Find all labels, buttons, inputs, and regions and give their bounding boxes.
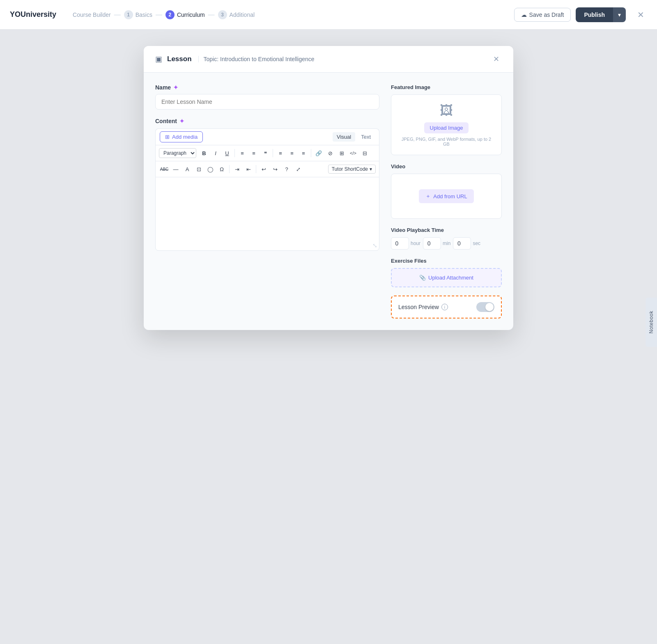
expand-button[interactable]: ⤢: [293, 164, 303, 174]
content-field-label: Content ✦: [155, 118, 184, 124]
align-left-button[interactable]: ≡: [275, 148, 286, 158]
bold-button[interactable]: B: [199, 148, 209, 158]
name-field-label: Name ✦: [155, 84, 379, 91]
save-draft-label: Save as Draft: [529, 11, 564, 18]
publish-main-button[interactable]: Publish: [576, 7, 613, 22]
strikethrough-button[interactable]: ABC: [159, 164, 170, 174]
custom1-button[interactable]: ⊡: [193, 164, 204, 174]
top-bar-actions: ☁ Save as Draft Publish ▾ ✕: [514, 7, 647, 22]
step1-number: 1: [124, 10, 133, 19]
paperclip-icon: 📎: [419, 275, 426, 281]
ordered-list-button[interactable]: ≡: [248, 148, 259, 158]
modal-header: ▣ Lesson Topic: Introduction to Emotiona…: [144, 46, 513, 73]
featured-image-title: Featured Image: [391, 84, 502, 90]
underline-button[interactable]: U: [222, 148, 232, 158]
topbar-close-button[interactable]: ✕: [634, 8, 647, 21]
help-button[interactable]: ?: [281, 164, 292, 174]
step2-label: Curriculum: [177, 11, 205, 18]
link-button[interactable]: 🔗: [313, 148, 324, 158]
unordered-list-button[interactable]: ≡: [237, 148, 248, 158]
hr-button[interactable]: —: [170, 164, 181, 174]
undo-button[interactable]: ↩: [258, 164, 269, 174]
breadcrumb-divider-2: —: [156, 11, 162, 18]
step2-number: 2: [165, 10, 175, 19]
logo: YOUniversity: [10, 10, 56, 19]
step3-label: Additional: [230, 11, 255, 18]
video-title: Video: [391, 163, 502, 170]
add-from-url-button[interactable]: ＋ Add from URL: [419, 189, 473, 203]
text-view-button[interactable]: Text: [357, 132, 375, 142]
lesson-modal: ▣ Lesson Topic: Introduction to Emotiona…: [144, 46, 513, 330]
breadcrumb-nav: Course Builder — 1 Basics — 2 Curriculum…: [73, 10, 506, 19]
plus-icon: ＋: [425, 193, 431, 200]
sec-input[interactable]: [453, 237, 471, 250]
modal-title-area: ▣ Lesson Topic: Introduction to Emotiona…: [155, 55, 315, 64]
blockquote-button[interactable]: ❝: [260, 148, 271, 158]
outdent-button[interactable]: ⇤: [243, 164, 254, 174]
font-color-button[interactable]: A: [182, 164, 193, 174]
indent-button[interactable]: ⇥: [232, 164, 242, 174]
ai-sparkle-icon: ✦: [173, 84, 178, 91]
min-input[interactable]: [423, 237, 441, 250]
publish-button-group: Publish ▾: [576, 7, 626, 22]
editor-toolbar-top: ⊞ Add media Visual Text: [155, 128, 379, 145]
paragraph-select[interactable]: Paragraph: [159, 148, 196, 158]
cloud-icon: ☁: [521, 11, 527, 18]
add-media-label: Add media: [172, 134, 198, 140]
align-center-button[interactable]: ≡: [287, 148, 297, 158]
save-draft-button[interactable]: ☁ Save as Draft: [514, 8, 571, 22]
modal-body: Name ✦ Content ✦ ⊞ Add media: [144, 73, 513, 330]
omega-button[interactable]: Ω: [216, 164, 227, 174]
content-label-text: Content: [155, 118, 177, 124]
modal-subtitle: Topic: Introduction to Emotional Intelli…: [198, 56, 315, 62]
editor-toolbar-row3: ABC — A ⊡ ◯ Ω ⇥ ⇤ ↩ ↪ ? ⤢ Tutor ShortCod…: [155, 161, 379, 177]
toolbar-divider-4: [229, 165, 230, 173]
add-media-button[interactable]: ⊞ Add media: [160, 131, 203, 142]
modal-close-button[interactable]: ✕: [490, 53, 502, 65]
publish-dropdown-button[interactable]: ▾: [613, 7, 626, 22]
hour-label: hour: [411, 241, 420, 246]
breadcrumb-item-additional[interactable]: 3 Additional: [218, 10, 255, 19]
breadcrumb-item-curriculum[interactable]: 2 Curriculum: [165, 10, 205, 19]
redo-button[interactable]: ↪: [270, 164, 280, 174]
upload-image-button[interactable]: Upload Image: [424, 122, 469, 133]
media-icon: ⊞: [165, 134, 170, 140]
eraser-button[interactable]: ◯: [205, 164, 216, 174]
course-builder-label: Course Builder: [73, 11, 111, 18]
grid-button[interactable]: ⊟: [359, 148, 370, 158]
unlink-button[interactable]: ⊘: [325, 148, 335, 158]
italic-button[interactable]: I: [210, 148, 221, 158]
shortcode-arrow-icon: ▾: [370, 166, 372, 172]
code-button[interactable]: </>: [348, 148, 358, 158]
lesson-name-input[interactable]: [155, 94, 379, 110]
toolbar-divider-3: [311, 149, 311, 157]
name-label-text: Name: [155, 84, 171, 91]
exercise-section: Exercise Files 📎 Upload Attachment: [391, 258, 502, 287]
right-column: Featured Image 🖼 Upload Image JPEG, PNG,…: [391, 84, 502, 319]
hour-field: hour: [391, 237, 420, 250]
table-button[interactable]: ⊞: [336, 148, 347, 158]
hour-input[interactable]: [391, 237, 409, 250]
view-toggle-group: Visual Text: [333, 132, 375, 142]
step3-number: 3: [218, 10, 227, 19]
notebook-sidebar[interactable]: Notebook: [646, 298, 657, 347]
lesson-preview-box: Lesson Preview i: [391, 296, 502, 319]
lesson-preview-label-area: Lesson Preview i: [398, 304, 448, 310]
top-bar: YOUniversity Course Builder — 1 Basics —…: [0, 0, 657, 30]
upload-attachment-label: Upload Attachment: [428, 275, 473, 281]
modal-title: Lesson: [167, 55, 192, 63]
breadcrumb-item-basics[interactable]: 1 Basics: [124, 10, 152, 19]
visual-view-button[interactable]: Visual: [333, 132, 355, 142]
playback-fields: hour min sec: [391, 237, 502, 250]
lesson-preview-info-icon[interactable]: i: [441, 304, 448, 310]
upload-attachment-button[interactable]: 📎 Upload Attachment: [391, 268, 502, 287]
tutor-shortcode-button[interactable]: Tutor ShortCode ▾: [328, 165, 376, 174]
exercise-title: Exercise Files: [391, 258, 502, 264]
lesson-preview-toggle[interactable]: [476, 302, 494, 312]
video-section: Video ＋ Add from URL: [391, 163, 502, 219]
editor-content-area[interactable]: ⤡: [155, 177, 379, 251]
upload-image-hint: JPEG, PNG, GIF, and WebP formats, up to …: [400, 137, 493, 147]
breadcrumb-divider-3: —: [208, 11, 215, 18]
toolbar-divider-2: [273, 149, 273, 157]
align-right-button[interactable]: ≡: [298, 148, 309, 158]
